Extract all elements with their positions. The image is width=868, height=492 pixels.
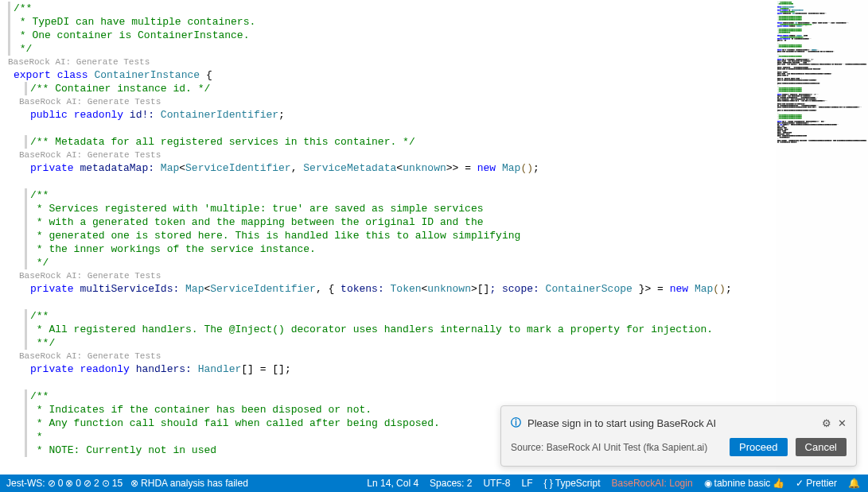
check-icon: ✓: [796, 478, 804, 489]
status-language[interactable]: { } TypeScript: [543, 478, 600, 489]
notification-source: Source: BaseRock AI Unit Test (fka Sapie…: [511, 442, 722, 453]
question-icon: ⊙: [102, 478, 110, 489]
comment: * One container is ContainerInstance.: [14, 29, 249, 42]
thumbs-up-icon: 👍: [773, 478, 784, 489]
circle-icon: ⊘: [84, 478, 91, 489]
comment: /** Container instance id. */: [30, 82, 210, 95]
cancel-button[interactable]: Cancel: [796, 438, 847, 456]
circle-dot-icon: ◉: [704, 478, 712, 489]
braces-icon: { }: [543, 478, 552, 489]
codelens-generate-tests[interactable]: BaseRock AI: Generate Tests: [0, 56, 776, 68]
proceed-button[interactable]: Proceed: [730, 438, 787, 456]
notification-popup: ⓘ Please sign in to start using BaseRock…: [500, 405, 857, 467]
comment: */: [14, 42, 32, 56]
check-circle-icon: ⊘: [48, 478, 56, 489]
status-encoding[interactable]: UTF-8: [483, 478, 510, 489]
codelens-generate-tests[interactable]: BaseRock AI: Generate Tests: [0, 95, 776, 108]
status-baserock[interactable]: BaseRockAI: Login: [612, 478, 693, 489]
x-circle-icon: ⊗: [65, 478, 73, 489]
class-name: ContainerInstance: [94, 68, 200, 82]
comment: /** Metadata for all registered services…: [30, 135, 415, 149]
status-bar: Jest-WS: ⊘0 ⊗0 ⊘2 ⊙15 ⊗ RHDA analysis ha…: [0, 475, 868, 492]
close-icon[interactable]: ✕: [838, 417, 847, 429]
notification-title: Please sign in to start using BaseRock A…: [527, 417, 815, 429]
status-jest[interactable]: Jest-WS: ⊘0 ⊗0 ⊘2 ⊙15: [6, 478, 123, 489]
codelens-generate-tests[interactable]: BaseRock AI: Generate Tests: [0, 350, 776, 362]
keyword-class: class: [57, 68, 88, 82]
gear-icon[interactable]: ⚙: [822, 417, 831, 429]
status-cursor-position[interactable]: Ln 14, Col 4: [367, 478, 418, 489]
info-icon: ⓘ: [511, 416, 521, 430]
keyword-export: export: [14, 68, 51, 82]
codelens-generate-tests[interactable]: BaseRock AI: Generate Tests: [0, 149, 776, 161]
codelens-generate-tests[interactable]: BaseRock AI: Generate Tests: [0, 269, 776, 282]
status-indent[interactable]: Spaces: 2: [430, 478, 472, 489]
comment: /**: [14, 2, 32, 15]
status-eol[interactable]: LF: [521, 478, 532, 489]
comment: * TypeDI can have multiple containers.: [14, 15, 255, 29]
status-prettier[interactable]: ✓ Prettier: [796, 478, 837, 489]
status-rhda[interactable]: ⊗ RHDA analysis has failed: [130, 478, 248, 489]
status-tabnine[interactable]: ◉ tabnine basic 👍: [704, 478, 785, 489]
bell-icon[interactable]: 🔔: [848, 478, 860, 489]
error-icon: ⊗: [130, 478, 138, 489]
